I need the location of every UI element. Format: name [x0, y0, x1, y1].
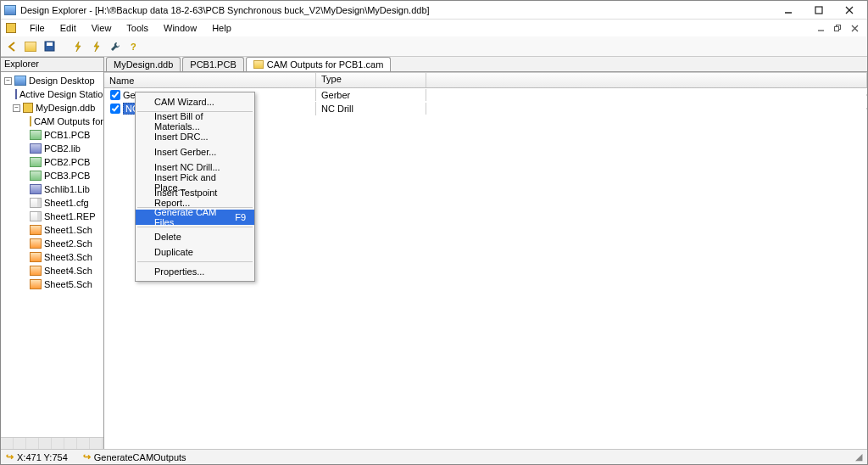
tree-label: MyDesign.ddb: [36, 103, 95, 113]
col-rest[interactable]: [426, 73, 867, 87]
main-pane: MyDesign.ddb PCB1.PCB CAM Outputs for PC…: [104, 57, 867, 449]
tree-item[interactable]: Sheet1.Sch: [3, 223, 102, 237]
titlebar-text: Design Explorer - [H:\®Backup data 18-2-…: [20, 5, 772, 15]
menu-help[interactable]: Help: [205, 21, 238, 35]
pcb-icon: [30, 157, 42, 167]
menu-tools[interactable]: Tools: [120, 21, 155, 35]
tree-item[interactable]: Sheet3.Sch: [3, 250, 102, 264]
col-name[interactable]: Name: [104, 73, 316, 87]
menubar: File Edit View Tools Window Help: [1, 20, 867, 36]
ctx-duplicate[interactable]: Duplicate: [136, 244, 254, 260]
ctx-delete[interactable]: Delete: [136, 229, 254, 244]
ddb-icon: [23, 103, 33, 113]
tree-item[interactable]: PCB2.lib: [3, 142, 102, 155]
status-action-text: GenerateCAMOutputs: [94, 452, 186, 462]
tab-label: PCB1.PCB: [190, 59, 236, 70]
tree-item[interactable]: Sheet4.Sch: [3, 264, 102, 277]
resize-grip-icon[interactable]: ◢: [855, 451, 862, 462]
tree-item[interactable]: Sheet5.Sch: [3, 277, 102, 291]
sch-icon: [30, 266, 42, 276]
ctx-cam-wizard[interactable]: CAM Wizard...: [136, 94, 254, 109]
menu-view[interactable]: View: [85, 21, 119, 35]
pcb-icon: [30, 171, 42, 181]
explorer-pane: Explorer − Design Desktop Active Design …: [1, 57, 104, 449]
listview: Name Type Gerber Output 1 Gerber NC D: [104, 72, 867, 449]
row-type: NC Drill: [316, 103, 426, 115]
tool-save-icon[interactable]: [42, 39, 57, 54]
tree-item[interactable]: Sheet1.cfg: [3, 196, 102, 210]
close-button[interactable]: [835, 3, 864, 18]
tree-label: Sheet3.Sch: [44, 252, 92, 262]
listview-header: Name Type: [104, 73, 867, 88]
tree-item[interactable]: Sheet2.Sch: [3, 237, 102, 250]
file-icon: [30, 198, 42, 208]
col-type[interactable]: Type: [316, 73, 426, 87]
arrow-icon: ↪: [83, 451, 91, 462]
lib-icon: [30, 143, 42, 154]
tab-cam-outputs[interactable]: CAM Outputs for PCB1.cam: [246, 57, 392, 71]
tool-bolt-icon[interactable]: [70, 39, 86, 54]
ctx-insert-testpoint[interactable]: Insert Testpoint Report...: [136, 190, 254, 205]
tree-item[interactable]: CAM Outputs for PC: [3, 115, 102, 128]
status-coords-text: X:471 Y:754: [17, 452, 68, 462]
tool-back-icon[interactable]: [4, 39, 19, 54]
stations-icon: [15, 89, 17, 99]
explorer-scrollbar[interactable]: [1, 437, 103, 449]
arrow-icon: ↪: [6, 451, 14, 462]
ctx-properties[interactable]: Properties...: [136, 264, 254, 279]
doc-tabs: MyDesign.ddb PCB1.PCB CAM Outputs for PC…: [104, 57, 867, 72]
tree[interactable]: − Design Desktop Active Design Stations …: [1, 72, 103, 437]
menu-window[interactable]: Window: [157, 21, 203, 35]
tool-bolt2-icon[interactable]: [89, 39, 104, 54]
tree-expander-icon[interactable]: −: [4, 77, 12, 85]
ctx-separator: [137, 261, 253, 262]
toolbar: ?: [1, 36, 867, 57]
tool-help-icon[interactable]: ?: [126, 39, 142, 54]
tab-label: MyDesign.ddb: [114, 59, 173, 70]
svg-rect-6: [834, 26, 838, 31]
sch-icon: [30, 225, 42, 235]
tab-mydesign[interactable]: MyDesign.ddb: [106, 57, 181, 71]
tree-project[interactable]: − MyDesign.ddb: [3, 101, 102, 115]
tree-label: PCB3.PCB: [44, 171, 90, 181]
sch-icon: [30, 252, 42, 262]
explorer-header: Explorer: [1, 57, 103, 72]
tool-open-icon[interactable]: [23, 39, 38, 54]
tree-label: Schlib1.Lib: [44, 184, 90, 194]
app-icon: [4, 5, 16, 15]
ctx-insert-drc[interactable]: Insert DRC...: [136, 129, 254, 144]
tab-pcb1[interactable]: PCB1.PCB: [182, 57, 243, 71]
tree-item[interactable]: PCB2.PCB: [3, 155, 102, 169]
statusbar: ↪ X:471 Y:754 ↪ GenerateCAMOutputs ◢: [1, 449, 867, 464]
maximize-button[interactable]: [804, 3, 833, 18]
tree-item[interactable]: Sheet1.REP: [3, 210, 102, 223]
row-checkbox[interactable]: [110, 90, 120, 100]
app-window: Design Explorer - [H:\®Backup data 18-2-…: [0, 0, 868, 465]
svg-rect-10: [47, 42, 53, 46]
row-type: Gerber: [316, 89, 426, 101]
ctx-shortcut: F9: [226, 212, 246, 222]
tree-label: CAM Outputs for PC: [34, 116, 103, 126]
tree-root[interactable]: − Design Desktop: [3, 74, 102, 87]
desktop-icon: [14, 76, 26, 86]
menu-edit[interactable]: Edit: [53, 21, 83, 35]
mdi-close-button[interactable]: [847, 22, 862, 34]
ctx-insert-gerber[interactable]: Insert Gerber...: [136, 144, 254, 160]
tree-item[interactable]: PCB1.PCB: [3, 128, 102, 142]
row-checkbox[interactable]: [110, 104, 120, 114]
tree-expander-icon[interactable]: −: [13, 104, 20, 112]
lib-icon: [30, 184, 42, 194]
mdi-restore-button[interactable]: [830, 22, 845, 34]
minimize-button[interactable]: [774, 3, 803, 18]
mdi-minimize-button[interactable]: [813, 22, 828, 34]
ctx-generate-cam[interactable]: Generate CAM Files F9: [136, 210, 254, 225]
tree-stations[interactable]: Active Design Stations: [3, 87, 102, 101]
tree-item[interactable]: PCB3.PCB: [3, 169, 102, 182]
tool-wrench-icon[interactable]: [108, 39, 123, 54]
menu-file[interactable]: File: [23, 21, 52, 35]
ctx-insert-bom[interactable]: Insert Bill of Materials...: [136, 114, 254, 129]
tree-label: Design Desktop: [29, 76, 95, 86]
tree-item[interactable]: Schlib1.Lib: [3, 182, 102, 196]
tree-label: PCB2.lib: [44, 143, 81, 154]
svg-rect-1: [815, 7, 822, 14]
